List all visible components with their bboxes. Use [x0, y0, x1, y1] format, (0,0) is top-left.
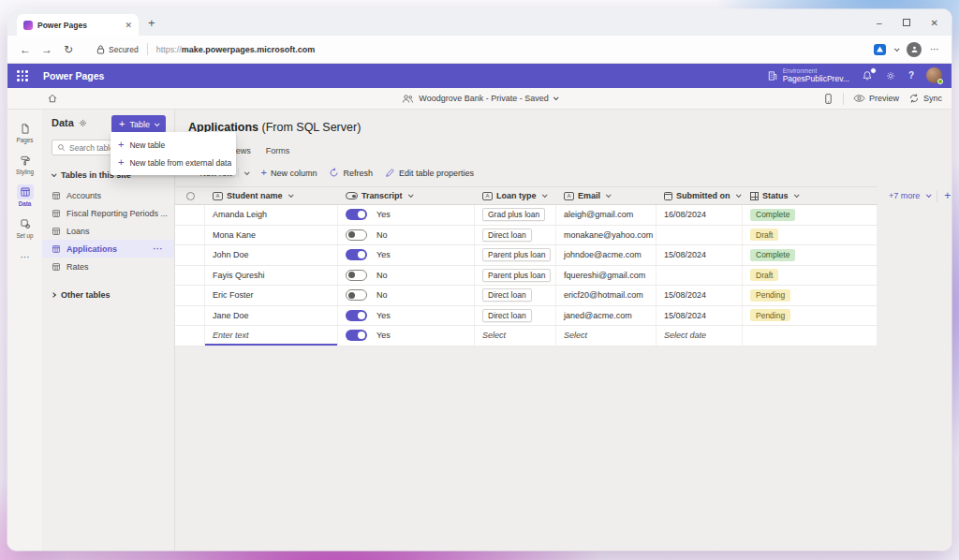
tab-forms[interactable]: Forms — [266, 146, 290, 155]
status-cell[interactable]: Complete — [743, 205, 878, 225]
notifications-button[interactable] — [862, 70, 873, 81]
help-button[interactable]: ? — [908, 70, 914, 81]
table-row[interactable]: Fayis Qureshi No Parent plus loan fquere… — [175, 266, 878, 287]
other-tables-section[interactable]: Other tables — [42, 290, 174, 300]
transcript-cell[interactable]: Yes — [338, 306, 475, 326]
data-settings-gear-icon[interactable] — [78, 118, 88, 128]
new-table-button[interactable]: + Table — [111, 115, 166, 133]
table-row[interactable]: Eric Foster No Direct loan ericf20@hotma… — [175, 286, 878, 306]
student-name-cell[interactable]: Fayis Qureshi — [205, 266, 338, 286]
chevron-down-icon[interactable] — [894, 46, 900, 52]
address-field[interactable]: https://make.powerpages.microsoft.com — [156, 45, 316, 54]
forward-icon[interactable]: → — [40, 43, 53, 56]
new-column-button[interactable]: + New column — [260, 168, 317, 178]
table-item-applications[interactable]: Applications ··· — [42, 240, 174, 258]
loan-type-cell[interactable]: Direct loan — [475, 306, 556, 326]
column-header-submitted-on[interactable]: Submitted on — [657, 187, 743, 204]
minimize-button[interactable]: – — [877, 18, 882, 28]
close-button[interactable]: ✕ — [931, 18, 938, 28]
loan-type-cell[interactable]: Grad plus loan — [475, 205, 556, 225]
loan-type-cell[interactable]: Parent plus loan — [475, 245, 556, 265]
loan-type-cell[interactable]: Select — [475, 326, 556, 346]
transcript-toggle[interactable] — [346, 270, 367, 281]
reload-icon[interactable]: ↻ — [62, 43, 75, 56]
back-icon[interactable]: ← — [19, 43, 32, 56]
table-row[interactable]: Jane Doe Yes Direct loan janed@acme.com … — [175, 306, 878, 327]
row-select-cell[interactable] — [175, 286, 205, 305]
preview-button[interactable]: Preview — [853, 94, 899, 103]
browser-menu-icon[interactable]: ⋯ — [930, 44, 940, 54]
table-item-rates[interactable]: Rates — [42, 258, 174, 275]
column-header-student-name[interactable]: AStudent name — [205, 187, 338, 204]
email-cell[interactable]: janed@acme.com — [556, 306, 657, 326]
browser-tab[interactable]: Power Pages ✕ — [17, 14, 139, 36]
submitted-on-cell[interactable] — [657, 266, 743, 286]
column-header-email[interactable]: AEmail — [556, 187, 657, 204]
sidebar-item-data[interactable]: Data — [7, 183, 42, 209]
student-name-cell[interactable]: Enter text — [205, 326, 338, 346]
user-avatar[interactable] — [926, 67, 942, 83]
email-cell[interactable]: Select — [556, 326, 657, 346]
settings-button[interactable] — [885, 70, 896, 81]
maximize-button[interactable] — [903, 19, 910, 26]
tab-close-icon[interactable]: ✕ — [125, 21, 132, 30]
row-select-cell[interactable] — [175, 205, 205, 225]
chevron-down-icon[interactable] — [244, 169, 250, 175]
select-all-radio[interactable] — [186, 192, 195, 200]
status-cell[interactable]: Complete — [743, 245, 878, 265]
transcript-cell[interactable]: No — [338, 286, 475, 305]
transcript-cell[interactable]: Yes — [338, 205, 475, 225]
site-name-menu[interactable]: Woodgrove Bank - Private - Saved — [402, 94, 556, 104]
add-column-button[interactable]: + — [944, 190, 951, 201]
device-preview-icon[interactable] — [823, 93, 834, 105]
transcript-toggle[interactable] — [346, 229, 367, 241]
submitted-on-cell[interactable]: 15/08/2024 — [657, 306, 743, 326]
email-cell[interactable]: fquereshi@gmail.com — [556, 266, 657, 286]
transcript-cell[interactable]: Yes — [338, 245, 475, 265]
home-button[interactable] — [47, 93, 58, 104]
transcript-cell[interactable]: No — [338, 226, 475, 245]
student-name-cell[interactable]: Jane Doe — [205, 306, 338, 326]
submitted-on-cell[interactable] — [657, 226, 743, 245]
email-cell[interactable]: ericf20@hotmail.com — [556, 286, 657, 305]
row-select-cell[interactable] — [175, 245, 205, 265]
transcript-toggle[interactable] — [346, 209, 367, 220]
table-row[interactable]: Mona Kane No Direct loan monakane@yahoo.… — [175, 226, 878, 246]
table-row[interactable]: Amanda Leigh Yes Grad plus loan aleigh@g… — [175, 205, 878, 226]
student-name-cell[interactable]: John Doe — [205, 245, 338, 265]
transcript-toggle[interactable] — [346, 249, 367, 260]
row-select-cell[interactable] — [175, 266, 205, 286]
student-name-cell[interactable]: Eric Foster — [205, 286, 338, 305]
student-name-cell[interactable]: Mona Kane — [205, 226, 338, 245]
select-all-cell[interactable] — [175, 187, 205, 204]
column-header-transcript[interactable]: Transcript — [338, 187, 475, 204]
status-cell[interactable]: Pending — [743, 306, 878, 326]
status-cell[interactable] — [743, 326, 878, 346]
rail-more-button[interactable]: ··· — [21, 252, 30, 262]
email-cell[interactable]: aleigh@gmail.com — [556, 205, 657, 225]
menu-item-new-table[interactable]: + New table — [111, 136, 236, 154]
column-header-loan-type[interactable]: ALoan type — [475, 187, 556, 204]
table-item-fiscal-reporting-periods[interactable]: Fiscal Reporting Periods ... — [42, 204, 174, 222]
sidebar-item-setup[interactable]: Set up — [7, 214, 42, 241]
browser-profile-avatar[interactable] — [907, 42, 922, 57]
row-select-cell[interactable] — [175, 326, 205, 346]
submitted-on-cell[interactable]: 15/08/2024 — [657, 286, 743, 305]
status-cell[interactable]: Draft — [743, 226, 878, 245]
loan-type-cell[interactable]: Direct loan — [475, 226, 556, 245]
column-header-status[interactable]: Status — [743, 187, 878, 204]
row-select-cell[interactable] — [175, 306, 205, 326]
student-name-cell[interactable]: Amanda Leigh — [205, 205, 338, 225]
transcript-toggle[interactable] — [346, 330, 367, 341]
menu-item-new-table-external[interactable]: + New table from external data — [111, 154, 236, 171]
status-cell[interactable]: Pending — [743, 286, 878, 305]
environment-picker[interactable]: Environment PagesPublicPrev... — [767, 67, 849, 83]
transcript-cell[interactable]: No — [338, 266, 475, 286]
submitted-on-cell[interactable]: 15/08/2024 — [657, 245, 743, 265]
submitted-on-cell[interactable]: Select date — [657, 326, 743, 346]
table-item-loans[interactable]: Loans — [42, 222, 174, 240]
loan-type-cell[interactable]: Direct loan — [475, 286, 556, 305]
table-item-accounts[interactable]: Accounts — [42, 186, 174, 204]
transcript-toggle[interactable] — [346, 310, 367, 321]
browser-extension-icon[interactable] — [874, 44, 886, 55]
